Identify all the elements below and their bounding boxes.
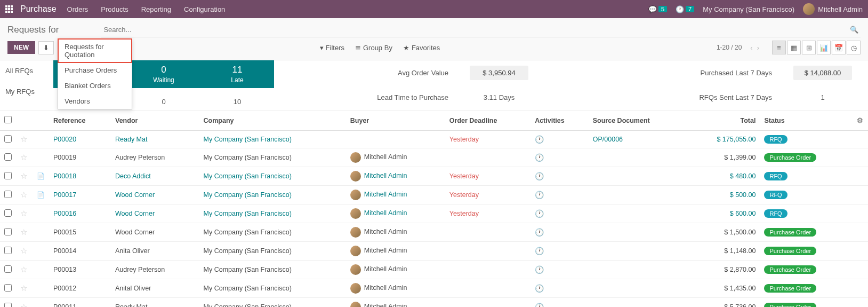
col-deadline[interactable]: Order Deadline <box>445 111 531 131</box>
col-reference[interactable]: Reference <box>49 111 111 131</box>
buyer-name[interactable]: Mitchell Admin <box>364 284 407 292</box>
col-status[interactable]: Status <box>760 111 852 131</box>
table-row[interactable]: ☆P00014Anita OliverMy Company (San Franc… <box>0 242 868 261</box>
company-link[interactable]: My Company (San Francisco) <box>204 154 292 161</box>
reference-link[interactable]: P00019 <box>53 154 76 161</box>
table-row[interactable]: ☆P00012Anital OliverMy Company (San Fran… <box>0 279 868 298</box>
kpi-tab-my[interactable]: My RFQs <box>0 81 53 102</box>
star-icon[interactable]: ☆ <box>20 153 27 162</box>
dropdown-item-purchase-orders[interactable]: Purchase Orders <box>58 62 132 78</box>
col-source[interactable]: Source Document <box>589 111 688 131</box>
reference-link[interactable]: P00013 <box>53 266 76 273</box>
row-checkbox[interactable] <box>4 303 12 308</box>
filters-button[interactable]: ▾ Filters <box>320 44 344 52</box>
reference-link[interactable]: P00011 <box>53 303 76 307</box>
star-icon[interactable]: ☆ <box>20 209 27 218</box>
select-all-checkbox[interactable] <box>4 116 12 123</box>
col-buyer[interactable]: Buyer <box>346 111 445 131</box>
company-link[interactable]: My Company (San Francisco) <box>204 285 292 292</box>
vendor-link[interactable]: Audrey Peterson <box>115 154 165 161</box>
kpi-card-late-my[interactable]: 10 <box>200 88 274 110</box>
reference-link[interactable]: P00015 <box>53 229 76 236</box>
activity-clock-icon[interactable]: 🕐 <box>535 135 544 144</box>
view-list[interactable]: ≡ <box>772 41 786 54</box>
company-link[interactable]: My Company (San Francisco) <box>204 266 292 273</box>
buyer-name[interactable]: Mitchell Admin <box>364 191 407 198</box>
apps-icon[interactable] <box>5 4 15 14</box>
view-kanban[interactable]: ▦ <box>787 41 801 54</box>
view-graph[interactable]: 📊 <box>817 41 831 54</box>
buyer-name[interactable]: Mitchell Admin <box>364 303 407 307</box>
view-activity[interactable]: ◷ <box>847 41 861 54</box>
search-input[interactable] <box>101 22 861 37</box>
activity-clock-icon[interactable]: 🕐 <box>535 172 544 180</box>
star-icon[interactable]: ☆ <box>20 246 27 255</box>
kpi-card-waiting[interactable]: 0Waiting <box>127 60 200 88</box>
kpi-card-waiting-my[interactable]: 0 <box>127 88 200 110</box>
view-calendar[interactable]: 📅 <box>832 41 846 54</box>
star-icon[interactable]: ☆ <box>20 190 27 199</box>
row-checkbox[interactable] <box>4 228 12 235</box>
kpi-tab-all[interactable]: All RFQs <box>0 60 53 81</box>
pager-prev[interactable]: ‹ <box>750 44 752 52</box>
activity-clock-icon[interactable]: 🕐 <box>535 284 544 293</box>
row-checkbox[interactable] <box>4 153 12 161</box>
new-button[interactable]: NEW <box>7 41 35 54</box>
star-icon[interactable]: ☆ <box>20 135 27 144</box>
col-vendor[interactable]: Vendor <box>111 111 199 131</box>
activity-clock-icon[interactable]: 🕐 <box>535 247 544 255</box>
buyer-name[interactable]: Mitchell Admin <box>364 172 407 179</box>
reference-link[interactable]: P00020 <box>53 136 76 143</box>
vendor-link[interactable]: Deco Addict <box>115 172 151 180</box>
col-settings[interactable]: ⚙ <box>852 111 868 131</box>
menu-configuration[interactable]: Configuration <box>184 5 225 13</box>
menu-orders[interactable]: Orders <box>67 5 89 13</box>
table-row[interactable]: ☆P00020Ready MatMy Company (San Francisc… <box>0 131 868 148</box>
row-checkbox[interactable] <box>4 135 12 143</box>
company-link[interactable]: My Company (San Francisco) <box>204 247 292 255</box>
company-link[interactable]: My Company (San Francisco) <box>204 136 292 143</box>
col-company[interactable]: Company <box>199 111 346 131</box>
row-checkbox[interactable] <box>4 265 12 273</box>
vendor-link[interactable]: Wood Corner <box>115 210 155 217</box>
star-icon[interactable]: ☆ <box>20 227 27 237</box>
star-icon[interactable]: ☆ <box>20 284 27 293</box>
activity-clock-icon[interactable]: 🕐 <box>535 191 544 199</box>
kpi-card-late[interactable]: 11Late <box>200 60 274 88</box>
col-activities[interactable]: Activities <box>531 111 589 131</box>
dropdown-item-vendors[interactable]: Vendors <box>58 93 132 109</box>
group-by-button[interactable]: ≣ Group By <box>355 44 392 52</box>
dropdown-item-blanket-orders[interactable]: Blanket Orders <box>58 78 132 93</box>
menu-products[interactable]: Products <box>101 5 128 13</box>
table-row[interactable]: ☆📄P00018Deco AddictMy Company (San Franc… <box>0 167 868 186</box>
table-row[interactable]: ☆P00013Audrey PetersonMy Company (San Fr… <box>0 261 868 279</box>
company-link[interactable]: My Company (San Francisco) <box>204 229 292 236</box>
table-row[interactable]: ☆P00015Wood CornerMy Company (San Franci… <box>0 223 868 242</box>
user-menu[interactable]: Mitchell Admin <box>803 3 863 15</box>
row-checkbox[interactable] <box>4 172 12 179</box>
company-link[interactable]: My Company (San Francisco) <box>204 172 292 180</box>
activity-clock-icon[interactable]: 🕐 <box>535 153 544 162</box>
dropdown-item-rfq[interactable]: Requests for Quotation <box>58 38 132 63</box>
reference-link[interactable]: P00017 <box>53 191 76 199</box>
vendor-link[interactable]: Ready Mat <box>115 303 147 307</box>
company-switcher[interactable]: My Company (San Francisco) <box>703 5 794 13</box>
vendor-link[interactable]: Anita Oliver <box>115 247 150 255</box>
download-button[interactable]: ⬇ <box>38 41 54 54</box>
row-checkbox[interactable] <box>4 284 12 292</box>
pager-next[interactable]: › <box>757 44 759 52</box>
reference-link[interactable]: P00012 <box>53 285 76 292</box>
col-total[interactable]: Total <box>688 111 760 131</box>
company-link[interactable]: My Company (San Francisco) <box>204 191 292 199</box>
company-link[interactable]: My Company (San Francisco) <box>204 210 292 217</box>
row-checkbox[interactable] <box>4 247 12 254</box>
buyer-name[interactable]: Mitchell Admin <box>364 247 407 254</box>
app-brand[interactable]: Purchase <box>20 4 57 14</box>
star-icon[interactable]: ☆ <box>20 171 27 180</box>
favorites-button[interactable]: ★ Favorites <box>403 44 440 52</box>
star-icon[interactable]: ☆ <box>20 265 27 274</box>
vendor-link[interactable]: Audrey Peterson <box>115 266 165 273</box>
buyer-name[interactable]: Mitchell Admin <box>364 209 407 217</box>
reference-link[interactable]: P00016 <box>53 210 76 217</box>
buyer-name[interactable]: Mitchell Admin <box>364 265 407 273</box>
